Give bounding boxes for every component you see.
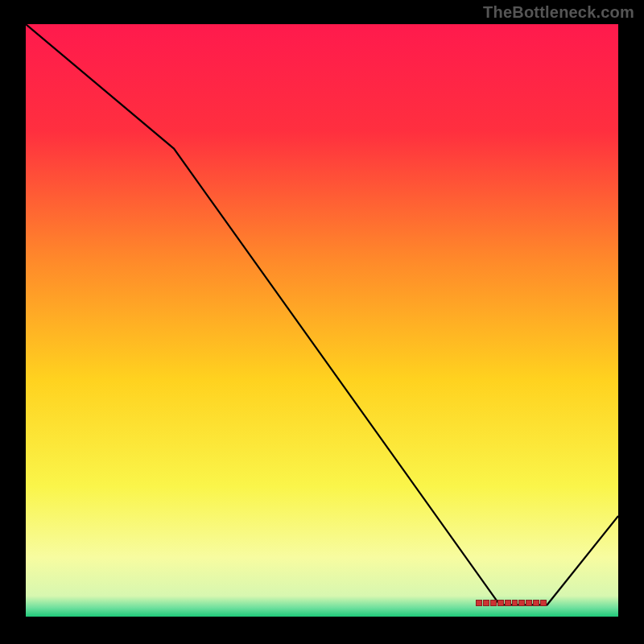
marker-square: [518, 600, 525, 606]
plot-area: [26, 24, 618, 617]
chart-svg: [26, 24, 618, 617]
marker-square: [505, 600, 511, 606]
gradient-background: [26, 24, 618, 617]
marker-square: [490, 600, 497, 606]
marker-square: [540, 600, 547, 606]
marker-square: [512, 600, 518, 606]
optimal-marker-band: [476, 600, 547, 609]
marker-square: [497, 600, 504, 606]
watermark-text: TheBottleneck.com: [483, 3, 634, 22]
marker-square: [533, 600, 539, 606]
marker-square: [483, 600, 489, 606]
chart-canvas: TheBottleneck.com: [0, 0, 644, 644]
marker-square: [476, 600, 482, 606]
marker-square: [526, 600, 532, 606]
